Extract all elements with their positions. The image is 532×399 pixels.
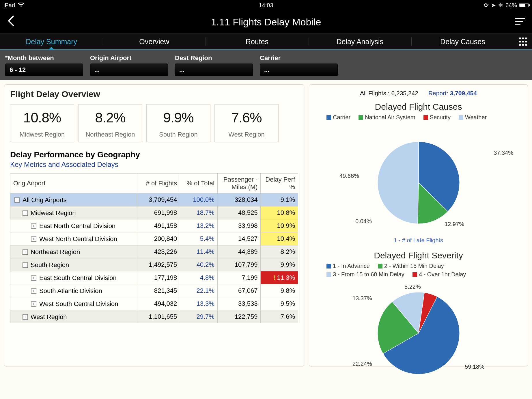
warning-icon: ! [274, 274, 276, 281]
legend-label: 3 - From 15 to 60 Min Delay [333, 271, 404, 278]
row-label: South Atlantic Division [39, 287, 102, 295]
table-row[interactable]: +West Region1,101,65529.7%122,7597.6% [10, 310, 298, 323]
kpi-value: 9.9% [150, 110, 207, 126]
back-button[interactable] [7, 15, 18, 29]
expand-icon[interactable]: + [23, 314, 28, 320]
table-row[interactable]: +South Atlantic Division821,34522.1%67,0… [10, 284, 298, 297]
svg-rect-3 [519, 38, 521, 39]
overview-title: Flight Delay Overview [10, 89, 298, 99]
all-flights-label: All Flights : [360, 90, 390, 96]
kpi-value: 10.8% [14, 110, 70, 126]
tab-overview[interactable]: Overview [103, 34, 206, 49]
svg-rect-9 [519, 44, 521, 46]
geo-title: Delay Performance by Geography [10, 150, 298, 159]
expand-icon[interactable]: + [31, 288, 36, 294]
legend-swatch [378, 264, 382, 269]
svg-rect-5 [525, 38, 527, 39]
table-row[interactable]: +East South Central Division177,1984.8%7… [10, 271, 298, 284]
cell-perf: 8.2% [261, 245, 298, 258]
kpi-label: West Region [218, 131, 275, 138]
expand-icon[interactable]: + [31, 301, 36, 307]
kpi-value: 8.2% [82, 110, 139, 126]
collapse-icon[interactable]: − [14, 197, 20, 203]
report-label: Report: [428, 90, 448, 96]
geo-subtitle[interactable]: Key Metrics and Associated Delays [10, 161, 298, 169]
status-time: 14:03 [178, 2, 353, 9]
table-row[interactable]: +West South Central Division494,03213.3%… [10, 297, 298, 310]
chart1-label-nas: 12.97% [445, 221, 464, 228]
tab-delay-causes[interactable]: Delay Causes [411, 34, 514, 49]
legend-item: Security [423, 114, 451, 121]
legend-label: Carrier [333, 114, 350, 121]
svg-rect-10 [522, 44, 524, 46]
cell-flights: 691,998 [137, 206, 180, 219]
cell-pm: 328,034 [217, 193, 261, 206]
legend-label: 4 - Over 1hr Delay [419, 271, 466, 278]
tab-delay-summary[interactable]: Delay Summary [0, 34, 103, 49]
chart1-label-security: 0.04% [355, 218, 372, 225]
svg-rect-7 [522, 41, 524, 42]
chart1-title: Delayed Flight Causes [315, 102, 522, 112]
all-flights-value: 6,235,242 [391, 90, 418, 96]
pie-chart-severity [374, 288, 463, 378]
legend-swatch [459, 115, 463, 120]
report-value: 3,709,454 [450, 90, 477, 96]
chart2: 59.18% 22.24% 13.37% 5.22% [315, 281, 522, 361]
chart2-legend: 1 - In Advance2 - Within 15 Min Delay3 -… [315, 263, 522, 278]
kpi-label: Northeast Region [82, 131, 139, 138]
cell-flights: 200,840 [137, 232, 180, 245]
table-row[interactable]: −Midwest Region691,99818.7%48,52510.8% [10, 206, 298, 219]
legend-item: 3 - From 15 to 60 Min Delay [326, 271, 404, 278]
cell-pct: 13.3% [180, 297, 218, 310]
filter-label-destregion: Dest Region [175, 54, 253, 62]
cell-flights: 494,032 [137, 297, 180, 310]
cell-perf: 10.4% [261, 232, 298, 245]
row-label: All Orig Airports [23, 196, 67, 204]
cell-pm: 67,067 [217, 284, 261, 297]
expand-icon[interactable]: + [31, 236, 36, 242]
expand-icon[interactable]: + [31, 223, 36, 229]
legend-item: 4 - Over 1hr Delay [412, 271, 466, 278]
device-label: iPad [3, 2, 15, 9]
cell-pct: 100.0% [180, 193, 218, 206]
table-row[interactable]: +East North Central Division491,15813.2%… [10, 219, 298, 232]
legend-label: National Air System [365, 114, 415, 121]
table-row[interactable]: +Northeast Region423,22611.4%44,3898.2% [10, 245, 298, 258]
options-icon[interactable] [515, 17, 525, 27]
filter-label-origin: Origin Airport [90, 54, 168, 62]
row-label: East South Central Division [39, 274, 117, 282]
expand-icon[interactable]: + [23, 249, 28, 255]
table-row[interactable]: −South Region1,492,57540.2%107,7999.9% [10, 258, 298, 271]
ios-status-bar: iPad 14:03 ⟳ ➤ ✱ 64% [0, 0, 532, 10]
expand-icon[interactable]: + [31, 275, 36, 281]
tab-delay-analysis[interactable]: Delay Analysis [309, 34, 411, 49]
cell-flights: 1,101,655 [137, 310, 180, 323]
kpi-row: 10.8% Midwest Region 8.2% Northeast Regi… [10, 104, 298, 142]
cell-pct: 22.1% [180, 284, 218, 297]
kpi-south: 9.9% South Region [146, 104, 210, 142]
legend-swatch [423, 115, 428, 120]
row-label: South Region [31, 261, 69, 269]
grid-view-button[interactable] [514, 34, 532, 49]
chart2-label-3: 13.37% [352, 295, 372, 302]
cell-pm: 122,759 [217, 310, 261, 323]
row-label: Midwest Region [31, 209, 76, 217]
filter-input-origin[interactable]: ... [90, 64, 168, 76]
kpi-label: South Region [150, 131, 207, 138]
legend-swatch [359, 115, 363, 120]
geo-table: Orig Airport # of Flights % of Total Pas… [10, 173, 298, 323]
cell-pct: 13.2% [180, 219, 218, 232]
chart1-label-weather: 49.66% [339, 173, 359, 179]
tab-routes[interactable]: Routes [206, 34, 308, 49]
table-row[interactable]: +West North Central Division200,8405.4%1… [10, 232, 298, 245]
table-row[interactable]: −All Orig Airports3,709,454100.0%328,034… [10, 193, 298, 206]
filter-input-destregion[interactable]: ... [175, 64, 253, 76]
legend-swatch [326, 272, 331, 277]
collapse-icon[interactable]: − [23, 210, 28, 216]
cell-perf: 7.6% [261, 310, 298, 323]
collapse-icon[interactable]: − [23, 262, 28, 268]
cell-perf: 10.8% [261, 206, 298, 219]
filter-input-carrier[interactable]: ... [260, 64, 338, 76]
chart1: 37.34% 12.97% 0.04% 49.66% 1 - # of Late… [315, 124, 522, 242]
filter-input-month[interactable]: 6 - 12 [5, 64, 83, 76]
